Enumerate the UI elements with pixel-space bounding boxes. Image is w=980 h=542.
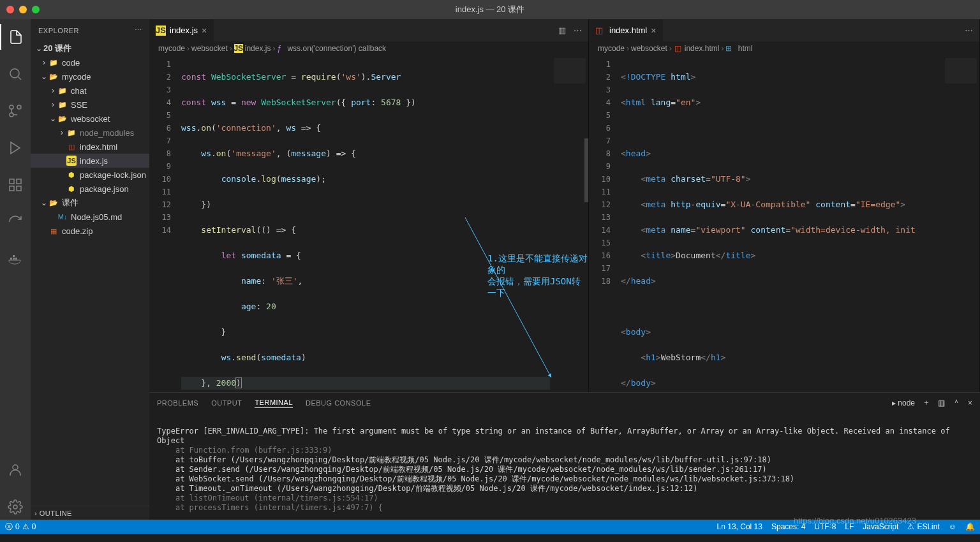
minimap[interactable] [550,55,588,392]
gutter: 123456789101112131415161718 [589,55,621,392]
svg-rect-11 [13,255,15,257]
tree-file-index-js[interactable]: JSindex.js [31,154,149,168]
code-body[interactable]: <!DOCTYPE html> <html lang="en"> <head> … [621,55,941,392]
settings-gear-icon[interactable] [0,494,31,520]
status-spaces[interactable]: Spaces: 4 [771,522,805,531]
svg-rect-4 [10,179,14,184]
tree-file-package-json[interactable]: ⬢package.json [31,182,149,196]
svg-rect-10 [15,258,17,260]
svg-point-13 [13,505,17,509]
panel-maximize-icon[interactable]: ＾ [953,397,960,408]
file-tree: ⌄20 课件 ›📁code ⌄📂mycode ›📁chat ›📁SSE ⌄📂we… [31,41,149,506]
code-editor-left[interactable]: 1234567891011121314 const WebSocketServe… [149,55,588,392]
sidebar-title: EXPLORER [38,27,79,34]
status-encoding[interactable]: UTF-8 [814,522,836,531]
docker-icon[interactable] [0,246,31,272]
tab-label: index.html [609,26,647,35]
tree-folder-mycode[interactable]: ⌄📂mycode [31,70,149,84]
tree-file-index-html[interactable]: ◫index.html [31,140,149,154]
code-body[interactable]: const WebSocketServer = require('ws').Se… [181,55,550,392]
status-errors[interactable]: ⓧ 0 ⚠ 0 [5,522,36,532]
status-bar: ⓧ 0 ⚠ 0 Ln 13, Col 13 Spaces: 4 UTF-8 LF… [0,520,980,534]
tree-folder-websocket[interactable]: ⌄📂websocket [31,112,149,126]
status-eol[interactable]: LF [845,522,854,531]
terminal-split-icon[interactable]: ▥ [938,399,945,407]
tree-file-node-md[interactable]: M↓Node.js05.md [31,210,149,224]
tab-index-js[interactable]: JS index.js × [149,19,214,41]
explorer-icon[interactable] [0,24,31,50]
panel-tab-terminal[interactable]: TERMINAL [255,397,293,408]
maximize-window-button[interactable] [32,6,40,13]
sidebar-more-icon[interactable]: ⋯ [135,26,142,34]
terminal-new-icon[interactable]: ＋ [923,397,930,408]
tree-folder-code[interactable]: ›📁code [31,55,149,70]
window-title: index.js — 20 课件 [456,4,524,15]
terminal-panel: PROBLEMS OUTPUT TERMINAL DEBUG CONSOLE ▸… [149,392,980,520]
tree-root[interactable]: ⌄20 课件 [31,41,149,55]
terminal-shell-name[interactable]: ▸ node [892,399,915,407]
svg-point-12 [13,465,18,470]
terminal-output[interactable]: TypeError [ERR_INVALID_ARG_TYPE]: The fi… [149,413,980,520]
panel-tab-problems[interactable]: PROBLEMS [157,398,198,408]
search-icon[interactable] [0,61,31,87]
editor-group-right: ◫ index.html × ⋯ mycode› websocket› ◫ind… [589,19,980,392]
tab-close-icon[interactable]: × [202,26,207,36]
editor-more-icon[interactable]: ⋯ [965,26,973,35]
outline-section[interactable]: › OUTLINE [31,506,149,520]
svg-point-3 [10,105,13,109]
status-bell-icon[interactable]: 🔔 [965,522,975,531]
split-editor-icon[interactable]: ▥ [558,26,566,35]
tree-file-code-zip[interactable]: ▦code.zip [31,224,149,238]
code-editor-right[interactable]: 123456789101112131415161718 <!DOCTYPE ht… [589,55,979,392]
activity-bar [0,19,31,520]
tab-index-html[interactable]: ◫ index.html × [589,19,663,41]
tree-file-package-lock[interactable]: ⬢package-lock.json [31,168,149,182]
editor-more-icon[interactable]: ⋯ [574,26,582,35]
tree-folder-sse[interactable]: ›📁SSE [31,98,149,112]
svg-rect-8 [10,258,12,260]
tree-folder-courseware[interactable]: ⌄📂课件 [31,196,149,210]
breadcrumb-left[interactable]: mycode› websocket› JSindex.js› ƒ wss.on(… [149,41,588,55]
svg-point-1 [17,105,21,109]
account-icon[interactable] [0,457,31,483]
breadcrumb-right[interactable]: mycode› websocket› ◫index.html› ⊞ html [589,41,979,55]
close-window-button[interactable] [6,6,14,13]
sidebar: EXPLORER ⋯ ⌄20 课件 ›📁code ⌄📂mycode ›📁chat… [31,19,149,520]
run-debug-icon[interactable] [0,135,31,161]
titlebar: index.js — 20 课件 [0,0,980,19]
svg-rect-9 [13,258,15,260]
source-control-icon[interactable] [0,98,31,124]
minimize-window-button[interactable] [19,6,27,13]
panel-tab-output[interactable]: OUTPUT [211,398,242,408]
status-position[interactable]: Ln 13, Col 13 [717,522,762,531]
window-controls [6,6,40,13]
minimap[interactable] [941,55,979,392]
svg-point-0 [10,69,19,78]
svg-rect-7 [17,186,21,191]
svg-rect-6 [10,186,14,191]
status-eslint[interactable]: ⚠ ESLint [907,522,939,531]
editor-group-left: JS index.js × ▥ ⋯ mycode› websocket› JSi… [149,19,589,392]
tree-folder-chat[interactable]: ›📁chat [31,84,149,98]
extensions-icon[interactable] [0,172,31,198]
status-feedback-icon[interactable]: ☺ [949,522,956,531]
status-language[interactable]: JavaScript [863,522,898,531]
svg-rect-5 [17,179,21,184]
sync-icon[interactable] [0,209,31,235]
gutter: 1234567891011121314 [149,55,181,392]
tab-label: index.js [170,26,198,35]
panel-close-icon[interactable]: × [968,399,972,407]
panel-tab-debug[interactable]: DEBUG CONSOLE [306,398,371,408]
tree-folder-node-modules[interactable]: ›📁node_modules [31,126,149,140]
tab-close-icon[interactable]: × [651,26,656,36]
